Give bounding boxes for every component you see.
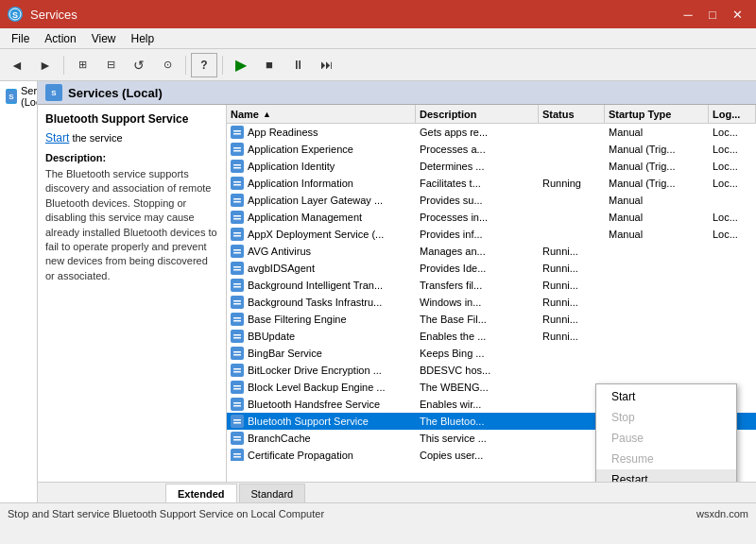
svg-rect-47 xyxy=(233,354,241,356)
service-description: Enables wir... xyxy=(416,396,539,413)
service-name: AVG Antivirus xyxy=(248,246,311,257)
toolbar-sep2 xyxy=(185,56,186,75)
ctx-start[interactable]: Start xyxy=(596,386,736,407)
svg-rect-6 xyxy=(231,126,244,139)
tab-extended[interactable]: Extended xyxy=(165,484,237,502)
service-logon xyxy=(709,192,756,209)
service-name: Application Layer Gateway ... xyxy=(248,195,383,206)
service-row[interactable]: Background Intelligent Tran... Transfers… xyxy=(227,277,756,294)
service-row[interactable]: BitLocker Drive Encryption ... BDESVC ho… xyxy=(227,362,756,379)
service-description: Copies user... xyxy=(416,447,539,461)
service-row[interactable]: Background Tasks Infrastru... Windows in… xyxy=(227,294,756,311)
service-row[interactable]: Application Experience Processes a... Ma… xyxy=(227,141,756,158)
service-status: Runni... xyxy=(539,311,605,328)
svg-rect-19 xyxy=(233,198,241,200)
toolbar-start[interactable]: ▶ xyxy=(228,53,254,77)
service-logon: Loc... xyxy=(709,141,756,158)
svg-rect-30 xyxy=(231,262,244,275)
service-row[interactable]: avgbIDSAgent Provides Ide... Runni... xyxy=(227,260,756,277)
service-name: BitLocker Drive Encryption ... xyxy=(248,365,382,376)
toolbar-restart[interactable]: ⏭ xyxy=(313,53,339,77)
description-title: Description: xyxy=(45,152,218,163)
service-description: Provides Ide... xyxy=(416,260,539,277)
toolbar-back[interactable]: ◄ xyxy=(4,53,30,77)
col-header-logon[interactable]: Log... xyxy=(709,105,756,123)
toolbar-help[interactable]: ? xyxy=(191,53,217,77)
svg-rect-10 xyxy=(233,147,241,149)
service-name: BBUpdate xyxy=(248,331,295,342)
service-name: Bluetooth Handsfree Service xyxy=(248,399,380,410)
service-startup xyxy=(605,277,709,294)
service-name: Block Level Backup Engine ... xyxy=(248,382,386,393)
svg-rect-31 xyxy=(233,266,241,268)
svg-rect-48 xyxy=(231,364,244,377)
service-description: Enables the ... xyxy=(416,328,539,345)
ctx-pause[interactable]: Pause xyxy=(596,428,736,449)
toolbar-refresh[interactable]: ↺ xyxy=(126,53,152,77)
service-description: The Base Fil... xyxy=(416,311,539,328)
svg-rect-21 xyxy=(231,211,244,224)
service-status xyxy=(539,141,605,158)
service-description: BDESVC hos... xyxy=(416,362,539,379)
menu-help[interactable]: Help xyxy=(124,30,163,47)
service-startup: Manual xyxy=(605,209,709,226)
service-row[interactable]: BBUpdate Enables the ... Runni... xyxy=(227,328,756,345)
toolbar-stop[interactable]: ■ xyxy=(256,53,283,77)
link-suffix: the service xyxy=(69,132,122,144)
ctx-stop[interactable]: Stop xyxy=(596,407,736,428)
col-header-status[interactable]: Status xyxy=(539,105,605,123)
close-button[interactable]: ✕ xyxy=(726,5,748,24)
menu-bar: File Action View Help xyxy=(0,28,756,49)
toolbar-sep1 xyxy=(63,56,64,75)
toolbar-root[interactable]: ⊟ xyxy=(97,53,124,77)
col-header-name[interactable]: Name ▲ xyxy=(227,105,416,123)
svg-rect-53 xyxy=(233,388,241,390)
title-bar-left: S Services xyxy=(8,7,77,22)
toolbar-up[interactable]: ⊞ xyxy=(69,53,95,77)
start-service-link[interactable]: Start xyxy=(45,131,69,144)
ctx-restart[interactable]: Restart xyxy=(596,469,736,482)
svg-text:S: S xyxy=(51,89,57,97)
service-startup: Manual xyxy=(605,226,709,243)
svg-rect-26 xyxy=(233,235,241,237)
service-name-cell: avgbIDSAgent xyxy=(227,262,416,275)
menu-file[interactable]: File xyxy=(4,30,37,47)
service-logon xyxy=(709,362,756,379)
ctx-resume[interactable]: Resume xyxy=(596,449,736,469)
service-startup xyxy=(605,243,709,260)
svg-rect-25 xyxy=(233,232,241,234)
toolbar-export[interactable]: ⊙ xyxy=(154,53,180,77)
services-local-tree-item[interactable]: S Services (Local) xyxy=(0,81,37,111)
service-startup xyxy=(605,260,709,277)
minimize-button[interactable]: ─ xyxy=(677,5,699,24)
menu-view[interactable]: View xyxy=(84,30,124,47)
service-row[interactable]: Base Filtering Engine The Base Fil... Ru… xyxy=(227,311,756,328)
service-row[interactable]: Application Information Facilitates t...… xyxy=(227,175,756,192)
sort-arrow: ▲ xyxy=(263,110,271,119)
col-header-description[interactable]: Description xyxy=(416,105,539,123)
tab-standard[interactable]: Standard xyxy=(239,484,306,502)
toolbar-forward[interactable]: ► xyxy=(32,53,59,77)
svg-rect-57 xyxy=(231,415,244,428)
svg-rect-41 xyxy=(233,320,241,322)
service-name-cell: Application Experience xyxy=(227,143,416,156)
svg-rect-39 xyxy=(231,313,244,326)
service-row[interactable]: Application Layer Gateway ... Provides s… xyxy=(227,192,756,209)
col-header-startup[interactable]: Startup Type xyxy=(605,105,709,123)
service-name-cell: Background Tasks Infrastru... xyxy=(227,296,416,309)
maximize-button[interactable]: □ xyxy=(701,5,724,24)
menu-action[interactable]: Action xyxy=(37,30,83,47)
service-row[interactable]: Application Management Processes in... M… xyxy=(227,209,756,226)
service-row[interactable]: BingBar Service Keeps Bing ... xyxy=(227,345,756,362)
service-description: Gets apps re... xyxy=(416,124,539,141)
service-row[interactable]: AVG Antivirus Manages an... Runni... xyxy=(227,243,756,260)
service-row[interactable]: Application Identity Determines ... Manu… xyxy=(227,158,756,175)
detail-panel: Bluetooth Support Service Start the serv… xyxy=(38,105,227,482)
service-name: Application Identity xyxy=(248,161,335,172)
svg-rect-46 xyxy=(233,351,241,353)
service-name-cell: Application Identity xyxy=(227,160,416,173)
toolbar-pause[interactable]: ⏸ xyxy=(284,53,311,77)
services-tree-icon: S xyxy=(6,89,17,104)
service-row[interactable]: App Readiness Gets apps re... Manual Loc… xyxy=(227,124,756,141)
service-row[interactable]: AppX Deployment Service (... Provides in… xyxy=(227,226,756,243)
